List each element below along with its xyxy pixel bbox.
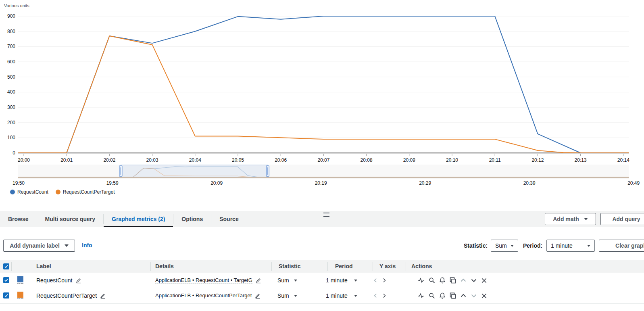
period-value: 1 minute bbox=[326, 292, 351, 299]
column-divider bbox=[11, 262, 12, 271]
navigator-handle-right[interactable] bbox=[266, 166, 269, 176]
color-square bbox=[17, 292, 23, 298]
period-cell[interactable]: 1 minute bbox=[326, 273, 357, 288]
edit-details-pencil-icon[interactable] bbox=[256, 278, 261, 284]
add-math-label: Add math bbox=[553, 216, 579, 222]
table-row-requestcountpertarget: RequestCountPerTarget ApplicationELB • R… bbox=[0, 288, 644, 304]
legend-item-requestcountpertarget[interactable]: RequestCountPerTarget bbox=[56, 189, 115, 195]
search-icon[interactable] bbox=[429, 277, 435, 284]
svg-text:800: 800 bbox=[7, 29, 15, 34]
move-down-icon[interactable] bbox=[471, 292, 477, 299]
series-color-swatch[interactable] bbox=[17, 292, 23, 299]
line-chart[interactable]: 900800700600500400300200100020:0020:0120… bbox=[0, 0, 644, 163]
y-axis-right-icon[interactable] bbox=[381, 293, 387, 298]
svg-text:300: 300 bbox=[7, 104, 15, 110]
chevron-down-icon bbox=[354, 280, 357, 282]
alarm-bell-icon[interactable] bbox=[439, 292, 446, 299]
navigator-handle-left[interactable] bbox=[119, 166, 122, 176]
statistic-value: Sum bbox=[277, 277, 289, 284]
tab-browse[interactable]: Browse bbox=[0, 211, 37, 227]
info-link[interactable]: Info bbox=[82, 242, 92, 248]
statistic-value: Sum bbox=[277, 292, 289, 299]
svg-text:100: 100 bbox=[7, 135, 15, 140]
tab-multi-source-query[interactable]: Multi source query bbox=[37, 211, 103, 227]
metric-details-link[interactable]: ApplicationELB • RequestCount • TargetG bbox=[155, 277, 252, 284]
select-all-checkbox[interactable] bbox=[3, 263, 9, 269]
legend-swatch bbox=[10, 190, 15, 194]
move-up-icon[interactable] bbox=[460, 292, 467, 299]
edit-label-pencil-icon[interactable] bbox=[100, 293, 106, 299]
row-checkbox[interactable] bbox=[3, 277, 9, 283]
navigator-time-label: 20:29 bbox=[419, 180, 431, 186]
chevron-down-icon bbox=[511, 245, 514, 247]
legend-swatch bbox=[56, 190, 60, 194]
column-header-actions: Actions bbox=[411, 260, 432, 273]
svg-text:0: 0 bbox=[13, 150, 15, 156]
statistic-value: Sum bbox=[495, 242, 507, 249]
pulse-icon[interactable] bbox=[418, 292, 425, 299]
series-color-swatch[interactable] bbox=[17, 276, 23, 284]
period-value: 1 minute bbox=[551, 242, 573, 249]
add-math-button[interactable]: Add math bbox=[545, 213, 596, 225]
tab-options[interactable]: Options bbox=[173, 211, 211, 227]
details-cell: ApplicationELB • RequestCountPerTarget bbox=[155, 288, 261, 303]
timeline-navigator[interactable] bbox=[18, 165, 629, 179]
tab-source[interactable]: Source bbox=[211, 211, 246, 227]
svg-text:200: 200 bbox=[7, 120, 15, 125]
svg-text:20:01: 20:01 bbox=[60, 157, 73, 163]
move-up-icon[interactable] bbox=[460, 277, 467, 284]
column-header-details: Details bbox=[155, 260, 174, 273]
tab-graphed-metrics[interactable]: Graphed metrics (2) bbox=[104, 211, 173, 227]
navigator-time-label: 20:39 bbox=[523, 180, 536, 186]
chevron-down-icon bbox=[587, 245, 590, 247]
navigator-time-label: 20:19 bbox=[315, 180, 327, 186]
svg-text:700: 700 bbox=[7, 44, 15, 49]
edit-label-pencil-icon[interactable] bbox=[76, 278, 81, 284]
duplicate-icon[interactable] bbox=[450, 277, 456, 284]
period-cell[interactable]: 1 minute bbox=[326, 288, 357, 303]
period-label: Period: bbox=[523, 242, 542, 249]
svg-text:20:09: 20:09 bbox=[403, 157, 415, 163]
svg-text:20:10: 20:10 bbox=[446, 157, 458, 163]
legend-label: RequestCount bbox=[17, 189, 48, 195]
svg-text:20:04: 20:04 bbox=[189, 157, 201, 163]
svg-text:900: 900 bbox=[7, 13, 15, 19]
column-divider bbox=[406, 262, 406, 271]
svg-text:600: 600 bbox=[7, 59, 15, 65]
edit-details-pencil-icon[interactable] bbox=[255, 293, 261, 299]
remove-metric-icon[interactable] bbox=[481, 293, 487, 299]
svg-text:20:07: 20:07 bbox=[317, 157, 329, 163]
column-header-statistic: Statistic bbox=[279, 260, 300, 273]
navigator-time-label: 20:09 bbox=[210, 180, 223, 186]
pulse-icon[interactable] bbox=[418, 277, 425, 284]
add-dynamic-label-button[interactable]: Add dynamic label bbox=[3, 240, 75, 252]
column-header-y-axis: Y axis bbox=[379, 260, 396, 273]
clear-graph-button[interactable]: Clear graph bbox=[599, 240, 644, 252]
statistic-cell[interactable]: Sum bbox=[277, 273, 297, 288]
row-checkbox[interactable] bbox=[3, 292, 9, 298]
duplicate-icon[interactable] bbox=[450, 292, 456, 299]
statistic-select[interactable]: Sum bbox=[491, 240, 518, 252]
move-down-icon[interactable] bbox=[471, 277, 477, 284]
svg-text:20:12: 20:12 bbox=[531, 157, 544, 163]
metric-label: RequestCount bbox=[36, 277, 73, 284]
add-query-button[interactable]: Add query bbox=[600, 213, 644, 225]
y-axis-left-icon[interactable] bbox=[373, 278, 378, 283]
cloudwatch-metrics-screen: Various units 90080070060050040030020010… bbox=[0, 0, 644, 311]
search-icon[interactable] bbox=[429, 292, 435, 299]
y-axis-left-icon[interactable] bbox=[373, 293, 378, 298]
statistic-cell[interactable]: Sum bbox=[277, 288, 297, 303]
metric-details-link[interactable]: ApplicationELB • RequestCountPerTarget bbox=[155, 292, 252, 299]
table-row-requestcount: RequestCount ApplicationELB • RequestCou… bbox=[0, 273, 644, 288]
period-select[interactable]: 1 minute bbox=[546, 240, 595, 252]
metrics-tab-bar: Browse Multi source query Graphed metric… bbox=[0, 211, 644, 227]
label-cell: RequestCountPerTarget bbox=[36, 288, 106, 303]
legend-item-requestcount[interactable]: RequestCount bbox=[10, 189, 48, 195]
chevron-down-icon bbox=[294, 295, 297, 297]
y-axis-right-icon[interactable] bbox=[381, 278, 387, 283]
svg-text:20:02: 20:02 bbox=[103, 157, 115, 163]
remove-metric-icon[interactable] bbox=[481, 278, 487, 284]
actions-cell bbox=[418, 288, 487, 303]
panel-resize-handle[interactable] bbox=[323, 213, 329, 217]
alarm-bell-icon[interactable] bbox=[439, 277, 446, 284]
